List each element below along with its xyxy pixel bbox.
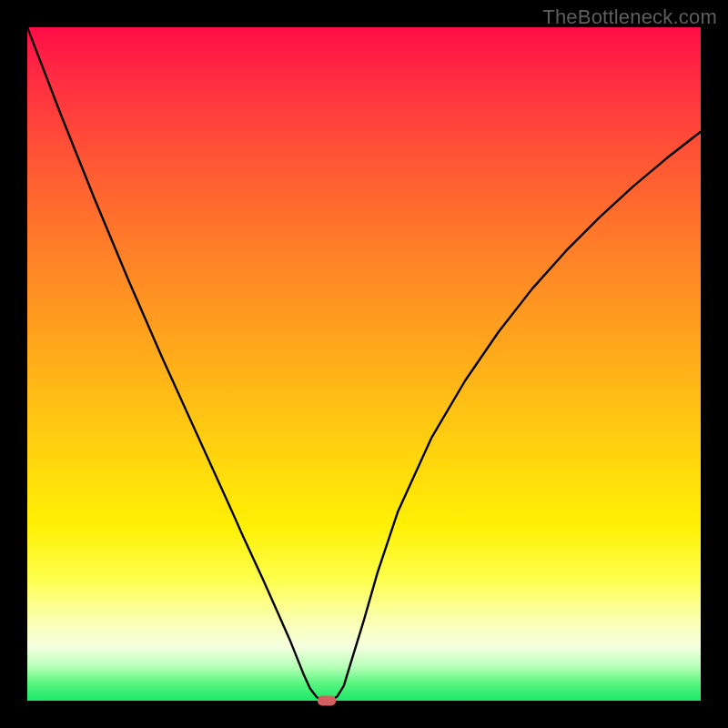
chart-curve-layer (27, 27, 701, 701)
bottleneck-curve-line (27, 27, 701, 701)
bottleneck-chart: TheBottleneck.com (0, 0, 728, 728)
minimum-marker (318, 696, 336, 706)
watermark-label: TheBottleneck.com (542, 5, 717, 29)
